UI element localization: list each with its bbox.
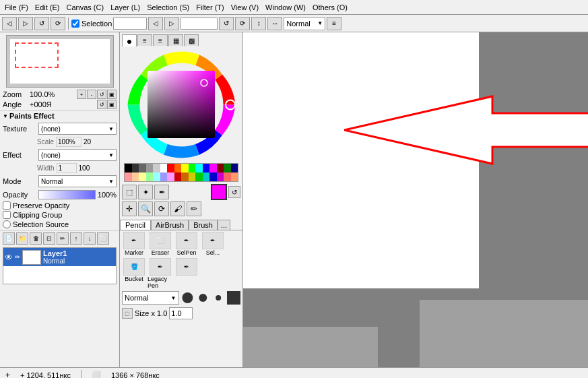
tab-pencil[interactable]: Pencil: [120, 220, 151, 230]
swatch-cell[interactable]: [146, 164, 154, 172]
select-rect-tool[interactable]: ⬚: [122, 185, 137, 199]
effect-dropdown[interactable]: (none) ▼: [38, 149, 117, 161]
swatch-cell[interactable]: [139, 164, 146, 172]
swatch-cell[interactable]: [203, 172, 210, 181]
selection-checkbox[interactable]: [71, 20, 79, 28]
move-tool[interactable]: ✛: [122, 201, 137, 216]
color-mode-btn-2[interactable]: ≡: [153, 34, 168, 46]
lasso-tool[interactable]: ⟳: [154, 201, 169, 216]
swatch-cell[interactable]: [181, 164, 189, 172]
swatch-cell[interactable]: [217, 172, 224, 181]
color-mode-btn-3[interactable]: ▦: [168, 34, 183, 46]
toolbar-btn-10[interactable]: ↔: [267, 17, 282, 30]
zoom-input[interactable]: 100%: [113, 18, 147, 30]
sub-tab-legacypen[interactable]: ✒ Legacy Pen: [148, 258, 173, 289]
color-wheel-area[interactable]: [120, 46, 242, 163]
sub-tab-bucket[interactable]: 🪣 Bucket: [121, 258, 147, 289]
swatch-cell[interactable]: [132, 164, 139, 172]
menu-file[interactable]: File (F): [1, 2, 32, 13]
sub-tab-other[interactable]: ✒: [174, 258, 199, 289]
opacity-bar[interactable]: [38, 190, 96, 199]
swatch-cell[interactable]: [153, 172, 160, 181]
brush-mode-dropdown[interactable]: Normal ▼: [122, 291, 179, 305]
menu-others[interactable]: Others (O): [309, 2, 351, 13]
menu-window[interactable]: Window (W): [262, 2, 309, 13]
swatch-cell[interactable]: [189, 164, 196, 172]
scale-input[interactable]: 100%: [56, 137, 81, 147]
color-mode-btn-4[interactable]: ▩: [184, 34, 199, 46]
menu-view[interactable]: View (V): [228, 2, 262, 13]
swatch-cell[interactable]: [174, 172, 182, 181]
menu-canvas[interactable]: Canvas (C): [63, 2, 108, 13]
fill-tool[interactable]: ✏: [187, 201, 201, 216]
swatch-cell[interactable]: [160, 172, 168, 181]
mode-dropdown[interactable]: Normal ▼: [38, 175, 117, 187]
menu-selection[interactable]: Selection (S): [143, 2, 193, 13]
new-layer-btn2[interactable]: 📁: [16, 232, 28, 245]
normal-mode-dropdown[interactable]: Normal ▼: [284, 17, 325, 30]
width-input[interactable]: 1: [57, 163, 77, 173]
layer-action-8[interactable]: ⬜: [97, 232, 109, 245]
rotate-color-btn[interactable]: ↺: [228, 186, 240, 198]
toolbar-btn-1[interactable]: ◁: [2, 17, 17, 30]
menu-filter[interactable]: Filter (T): [193, 2, 228, 13]
sub-tab-marker[interactable]: ✒ Marker: [121, 232, 147, 256]
toolbar-btn-5[interactable]: ◁: [148, 17, 163, 30]
swatch-cell[interactable]: [181, 172, 189, 181]
toolbar-btn-4[interactable]: ⟳: [51, 17, 65, 30]
swatch-cell[interactable]: [132, 172, 139, 181]
paint-tool[interactable]: 🖌: [170, 201, 185, 216]
layer-pencil-icon[interactable]: ✏: [15, 253, 20, 261]
sub-tab-selpen[interactable]: ✒ SelPen: [174, 232, 199, 256]
clipping-group-checkbox[interactable]: [3, 211, 11, 219]
tab-more[interactable]: ...: [218, 220, 230, 230]
brush-shape-4[interactable]: [227, 291, 240, 305]
zoom-btn-4[interactable]: ▣: [107, 90, 117, 99]
toolbar-btn-end[interactable]: ≡: [327, 17, 341, 30]
brush-shape-3[interactable]: [211, 291, 225, 305]
preserve-opacity-checkbox[interactable]: [3, 201, 11, 210]
swatch-cell[interactable]: [231, 172, 238, 181]
toolbar-btn-2[interactable]: ▷: [18, 17, 33, 30]
color-mode-btn-1[interactable]: ≡: [137, 34, 152, 46]
rotation-input[interactable]: +000°: [181, 18, 218, 30]
swatch-cell[interactable]: [195, 172, 203, 181]
brush-size-toggle[interactable]: ⬚: [122, 308, 133, 319]
swatch-cell[interactable]: [209, 164, 217, 172]
layer-action-7[interactable]: ↓: [84, 232, 96, 245]
layer-item[interactable]: 👁 ✏ Layer1 Normal: [3, 248, 116, 266]
swatch-cell[interactable]: [153, 164, 160, 172]
toolbar-btn-6[interactable]: ▷: [164, 17, 179, 30]
brush-shape-1[interactable]: [181, 291, 195, 305]
swatch-cell[interactable]: [160, 164, 168, 172]
swatch-cell[interactable]: [167, 172, 174, 181]
tab-airbrush[interactable]: AirBrush: [151, 220, 189, 230]
menu-layer[interactable]: Layer (L): [107, 2, 143, 13]
swatch-cell[interactable]: [146, 172, 154, 181]
toolbar-btn-3[interactable]: ↺: [34, 17, 49, 30]
zoom-btn-1[interactable]: +: [77, 90, 86, 99]
swatch-cell[interactable]: [203, 164, 210, 172]
layer-eye-icon[interactable]: 👁: [5, 253, 13, 262]
brush-size-input[interactable]: [169, 307, 193, 319]
swatch-cell[interactable]: [139, 172, 146, 181]
swatch-cell[interactable]: [174, 164, 182, 172]
new-layer-btn[interactable]: 📄: [3, 232, 15, 245]
sub-tab-sel[interactable]: ✒ Sel...: [200, 232, 226, 256]
layer-action-6[interactable]: ↑: [70, 232, 82, 245]
swatch-cell[interactable]: [224, 172, 231, 181]
swatch-cell[interactable]: [125, 164, 132, 172]
tab-brush[interactable]: Brush: [189, 220, 218, 230]
zoom-btn-3[interactable]: ↺: [97, 90, 106, 99]
delete-layer-btn[interactable]: 🗑: [30, 232, 42, 245]
swatch-cell[interactable]: [125, 172, 132, 181]
eyedropper-tool[interactable]: ✒: [154, 185, 169, 199]
foreground-color-swatch[interactable]: [211, 184, 227, 200]
texture-dropdown[interactable]: (none) ▼: [38, 123, 117, 135]
swatch-cell[interactable]: [195, 164, 203, 172]
color-mode-btn-circle[interactable]: ●: [122, 34, 137, 46]
swatch-cell[interactable]: [209, 172, 217, 181]
swatch-cell[interactable]: [217, 164, 224, 172]
swatch-cell[interactable]: [231, 164, 238, 172]
paints-effect-header[interactable]: ▼ Paints Effect: [0, 110, 119, 121]
